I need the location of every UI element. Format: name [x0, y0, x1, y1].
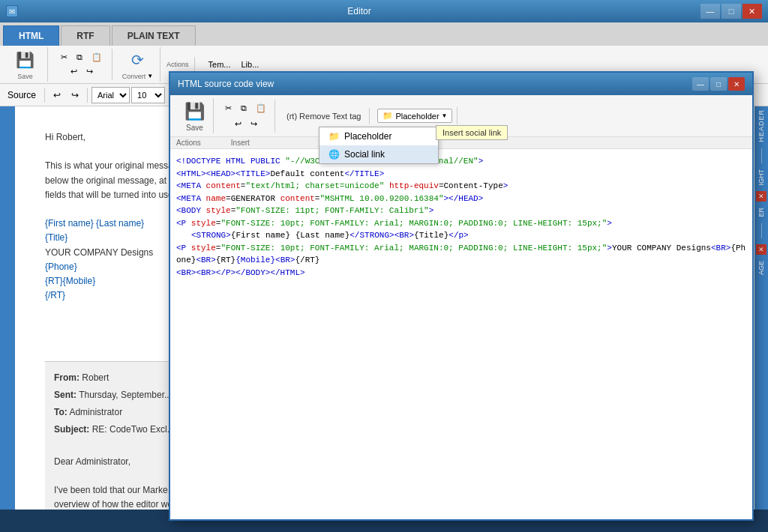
modal-undo-btn[interactable]: ↩ [231, 117, 245, 131]
dropdown-folder-icon: 📁 [328, 131, 340, 142]
modal-title-bar: HTML source code view — □ ✕ [170, 73, 752, 95]
remove-tag-label: (rt) Remove Text tag [286, 112, 361, 121]
code-line-3: <META name=GENERATOR content="MSHTML 10.… [176, 193, 746, 205]
code-line-1: <HTML><HEAD><TITLE>Default content</TITL… [176, 168, 746, 181]
modal-paste-btn[interactable]: 📋 [252, 101, 270, 115]
modal-undo-icon: ↩ [235, 119, 242, 129]
code-line-6: <STRONG>{First name} {Last name}</STRONG… [191, 229, 746, 242]
code-line-5: <P style="FONT-SIZE: 10pt; FONT-FAMILY: … [176, 217, 746, 230]
modal-save-button[interactable]: 💾 [181, 100, 208, 124]
modal-save-label: Save [186, 124, 203, 132]
dropdown-placeholder-label: Placeholder [344, 131, 392, 142]
placeholder-dropdown: 📁 Placeholder 🌐 Social link [319, 127, 439, 164]
modal-paste-icon: 📋 [256, 103, 266, 113]
modal-copy-icon: ⧉ [241, 103, 247, 113]
modal-maximize-btn[interactable]: □ [710, 77, 727, 91]
dropdown-item-social[interactable]: 🌐 Social link [320, 145, 438, 163]
html-source-modal: HTML source code view — □ ✕ 💾 Save ✂ ⧉ [169, 71, 754, 521]
modal-redo-icon: ↪ [250, 119, 257, 129]
modal-minimize-btn[interactable]: — [692, 77, 709, 91]
dropdown-item-placeholder[interactable]: 📁 Placeholder [320, 127, 438, 145]
modal-edit-group: ✂ ⧉ 📋 ↩ ↪ [217, 100, 275, 133]
modal-insert-label: Insert [231, 139, 250, 147]
modal-scissors-icon: ✂ [225, 103, 232, 113]
modal-remove-tag-group: (rt) Remove Text tag [278, 108, 370, 124]
placeholder-label: Placeholder [395, 112, 439, 121]
tooltip-text: Insert social link [442, 128, 501, 137]
modal-placeholder-group: 📁 Placeholder ▼ [373, 107, 458, 124]
code-line-7: <P style="FONT-SIZE: 10pt; FONT-FAMILY: … [176, 242, 746, 267]
modal-scissors-btn[interactable]: ✂ [221, 101, 236, 115]
code-editor-area[interactable]: <!DOCTYPE HTML PUBLIC "-//W3C//DTD HTML … [170, 149, 752, 519]
modal-controls: — □ ✕ [692, 77, 745, 91]
modal-save-group: 💾 Save [176, 98, 214, 133]
remove-text-tag-button[interactable]: (rt) Remove Text tag [283, 109, 364, 123]
modal-copy-btn[interactable]: ⧉ [237, 101, 250, 115]
placeholder-arrow-icon: ▼ [442, 112, 448, 119]
dropdown-globe-icon: 🌐 [328, 149, 340, 160]
code-line-2: <META content="text/html; charset=unicod… [176, 180, 746, 193]
folder-icon: 📁 [382, 111, 393, 121]
insert-social-tooltip: Insert social link [436, 125, 508, 140]
code-line-8: <BR><BR></P></BODY></HTML> [176, 267, 746, 279]
modal-title: HTML source code view [178, 79, 274, 89]
modal-overlay: HTML source code view — □ ✕ 💾 Save ✂ ⧉ [0, 0, 768, 532]
modal-floppy-icon: 💾 [184, 102, 205, 121]
placeholder-button[interactable]: 📁 Placeholder ▼ [377, 109, 452, 123]
code-line-0: <!DOCTYPE HTML PUBLIC "-//W3C//DTD HTML … [176, 155, 746, 168]
dropdown-social-label: Social link [344, 149, 385, 160]
modal-close-btn[interactable]: ✕ [728, 77, 745, 91]
modal-redo-btn[interactable]: ↪ [247, 117, 261, 131]
modal-actions-label: Actions [176, 139, 201, 147]
code-line-4: <BODY style="FONT-SIZE: 11pt; FONT-FAMIL… [176, 205, 746, 217]
